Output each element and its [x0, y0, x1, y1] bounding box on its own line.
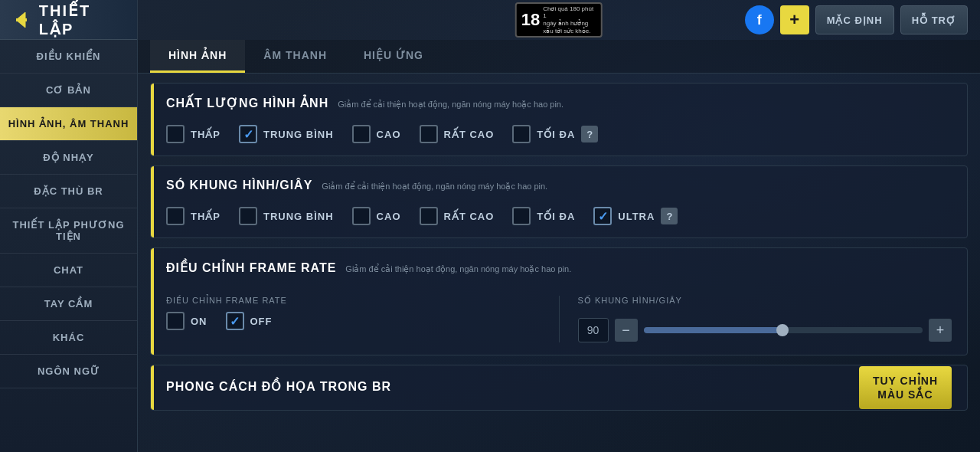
mac-dinh-button[interactable]: MẶC ĐỊNH	[815, 5, 894, 34]
sidebar-item-thiet-lap-phuong-tien[interactable]: THIẾT LẬP PHƯƠNG TIỆN	[0, 208, 137, 254]
label-trung-binh-1: TRUNG BÌNH	[263, 129, 334, 140]
age-rating: 18 Chơi quá 180 phút 1 ngày ảnh hưởng xấ…	[515, 2, 603, 38]
option-toi-da-1: TỐI ĐA ?	[512, 125, 598, 143]
slider-track[interactable]	[644, 327, 923, 333]
sidebar-header: THIẾT LẬP	[0, 0, 137, 40]
phong-cach-section: PHONG CÁCH ĐỒ HỌA TRONG BR TUY CHỈNH MÀU…	[150, 365, 968, 411]
checkbox-cao-1[interactable]	[352, 125, 371, 143]
age-text: Chơi quá 180 phút 1 ngày ảnh hưởng xấu t…	[543, 5, 596, 34]
main-content: 18 Chơi quá 180 phút 1 ngày ảnh hưởng xấ…	[138, 0, 980, 452]
so-khung-options: THẤP TRUNG BÌNH CAO RẤT CAO TỐI ĐA	[166, 207, 952, 225]
chat-luong-title: CHẤT LƯỢNG HÌNH ẢNH	[166, 96, 328, 110]
label-toi-da-2: TỐI ĐA	[537, 211, 575, 222]
frame-rate-right: SỐ KHUNG HÌNH/GIÂY 90 − +	[578, 296, 952, 342]
top-bar: 18 Chơi quá 180 phút 1 ngày ảnh hưởng xấ…	[138, 0, 980, 40]
sidebar-item-khac[interactable]: KHÁC	[0, 321, 137, 355]
label-ultra: ULTRA	[618, 211, 655, 222]
option-thap-2: THẤP	[166, 207, 220, 225]
ho-tro-button[interactable]: HỖ TRỢ	[900, 5, 968, 34]
slider-plus-button[interactable]: +	[929, 319, 952, 342]
label-thap-2: THẤP	[191, 211, 220, 222]
option-toi-da-2: TỐI ĐA	[512, 207, 575, 225]
chat-luong-subtitle: Giảm để cải thiện hoạt động, ngăn nóng m…	[338, 100, 564, 110]
checkbox-rat-cao-1[interactable]	[420, 125, 438, 143]
label-rat-cao-2: RẤT CAO	[444, 211, 495, 222]
back-button[interactable]	[9, 8, 33, 32]
so-khung-title: SÓ KHUNG HÌNH/GIÂY	[166, 179, 312, 192]
frame-rate-sub-label: ĐIỀU CHỈNH FRAME RATE	[166, 296, 541, 306]
slider-sub-label: SỐ KHUNG HÌNH/GIÂY	[578, 296, 952, 306]
option-off: OFF	[226, 312, 273, 330]
checkbox-thap-1[interactable]	[166, 125, 185, 143]
label-thap-1: THẤP	[191, 129, 220, 140]
slider-row: 90 − +	[578, 318, 952, 342]
frame-rate-controls: ĐIỀU CHỈNH FRAME RATE ON OFF SỐ	[166, 296, 952, 342]
label-cao-2: CAO	[377, 211, 401, 222]
sidebar-item-hinh-anh[interactable]: HÌNH ẢNH, ÂM THANH	[0, 107, 137, 141]
sidebar-item-chat[interactable]: CHAT	[0, 254, 137, 287]
frame-rate-left: ĐIỀU CHỈNH FRAME RATE ON OFF	[166, 296, 541, 330]
option-thap-1: THẤP	[166, 125, 220, 143]
option-rat-cao-2: RẤT CAO	[420, 207, 495, 225]
label-trung-binh-2: TRUNG BÌNH	[263, 211, 334, 222]
sidebar-title: THIẾT LẬP	[39, 2, 128, 38]
sidebar: THIẾT LẬP ĐIỀU KHIỂN CƠ BẢN HÌNH ẢNH, ÂM…	[0, 0, 138, 452]
plus-button[interactable]: +	[780, 5, 809, 34]
slider-minus-button[interactable]: −	[615, 319, 638, 342]
checkbox-trung-binh-1[interactable]	[239, 125, 257, 143]
frame-rate-toggle: ON OFF	[166, 312, 541, 330]
checkbox-ultra[interactable]	[593, 207, 612, 225]
help-icon-1[interactable]: ?	[581, 126, 598, 142]
checkbox-toi-da-2[interactable]	[512, 207, 531, 225]
label-on: ON	[191, 316, 207, 327]
slider-thumb[interactable]	[776, 324, 789, 336]
frame-rate-title: ĐIỀU CHỈNH FRAME RATE	[166, 260, 336, 275]
phong-cach-title: PHONG CÁCH ĐỒ HỌA TRONG BR	[166, 379, 391, 394]
checkbox-off[interactable]	[226, 312, 244, 330]
checkbox-cao-2[interactable]	[352, 207, 371, 225]
tab-hinh-anh[interactable]: HÌNH ẢNH	[150, 40, 245, 73]
settings-content: CHẤT LƯỢNG HÌNH ẢNH Giảm để cải thiện ho…	[138, 74, 980, 452]
top-actions: f + MẶC ĐỊNH HỖ TRỢ	[745, 5, 968, 34]
sidebar-item-dac-thu-br[interactable]: ĐẶC THÙ BR	[0, 175, 137, 208]
sidebar-item-tay-cam[interactable]: TAY CẦM	[0, 287, 137, 321]
sidebar-item-ngon-ngu[interactable]: NGÔN NGỮ	[0, 355, 137, 388]
checkbox-trung-binh-2[interactable]	[239, 207, 257, 225]
slider-value: 90	[578, 318, 609, 342]
option-cao-2: CAO	[352, 207, 401, 225]
label-toi-da-1: TỐI ĐA	[537, 129, 575, 140]
frame-rate-subtitle: Giảm để cải thiện hoạt động, ngăn nóng m…	[345, 264, 571, 274]
so-khung-subtitle: Giảm để cải thiện hoạt động, ngăn nóng m…	[322, 182, 547, 192]
tab-am-thanh[interactable]: ÂM THANH	[245, 40, 345, 73]
facebook-button[interactable]: f	[745, 5, 774, 34]
sidebar-item-do-nhay[interactable]: ĐỘ NHẠY	[0, 141, 137, 175]
option-trung-binh-2: TRUNG BÌNH	[239, 207, 334, 225]
checkbox-rat-cao-2[interactable]	[420, 207, 438, 225]
age-number: 18	[521, 10, 540, 30]
so-khung-section: SÓ KHUNG HÌNH/GIÂY Giảm để cải thiện hoạ…	[150, 165, 968, 238]
checkbox-on[interactable]	[166, 312, 185, 330]
frame-rate-section: ĐIỀU CHỈNH FRAME RATE Giảm để cải thiện …	[150, 247, 968, 355]
label-off: OFF	[250, 316, 273, 327]
option-ultra: ULTRA ?	[593, 207, 678, 225]
option-rat-cao-1: RẤT CAO	[420, 125, 495, 143]
help-icon-2[interactable]: ?	[661, 208, 678, 224]
checkbox-toi-da-1[interactable]	[512, 125, 531, 143]
checkbox-thap-2[interactable]	[166, 207, 185, 225]
option-trung-binh-1: TRUNG BÌNH	[239, 125, 334, 143]
sidebar-item-co-ban[interactable]: CƠ BẢN	[0, 74, 137, 107]
chat-luong-section: CHẤT LƯỢNG HÌNH ẢNH Giảm để cải thiện ho…	[150, 83, 968, 156]
tabs-bar: HÌNH ẢNH ÂM THANH HIỆU ỨNG	[138, 40, 980, 74]
sidebar-item-dieu-khien[interactable]: ĐIỀU KHIỂN	[0, 40, 137, 74]
tuy-chinh-button[interactable]: TUY CHỈNH MÀU SẮC	[859, 366, 952, 409]
divider	[559, 296, 560, 342]
tab-hieu-ung[interactable]: HIỆU ỨNG	[345, 40, 442, 73]
option-on: ON	[166, 312, 207, 330]
label-cao-1: CAO	[377, 129, 401, 140]
option-cao-1: CAO	[352, 125, 401, 143]
chat-luong-options: THẤP TRUNG BÌNH CAO RẤT CAO TỐI ĐA	[166, 125, 952, 143]
svg-rect-1	[16, 18, 27, 21]
label-rat-cao-1: RẤT CAO	[444, 129, 495, 140]
